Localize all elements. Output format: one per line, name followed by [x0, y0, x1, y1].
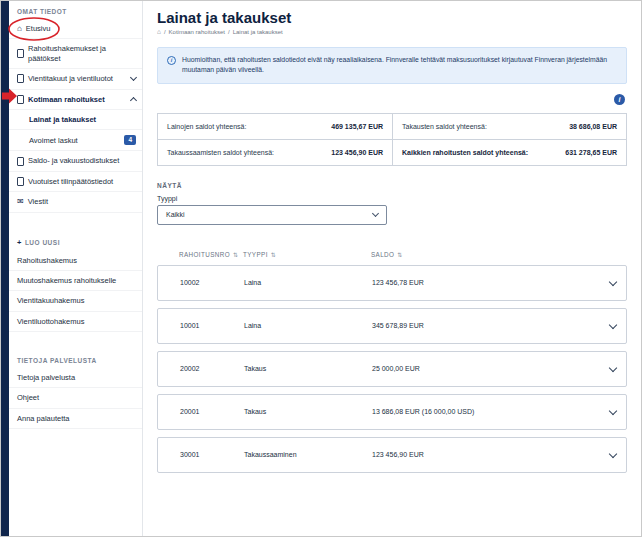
chevron-down-icon[interactable] [609, 320, 617, 328]
info-button-row: i [157, 94, 625, 105]
home-icon[interactable]: ⌂ [157, 29, 161, 36]
document-icon [17, 74, 24, 83]
document-icon [17, 95, 24, 104]
chevron-down-icon[interactable] [609, 277, 617, 285]
section-label: LUO UUSI [25, 239, 60, 246]
sidebar-item-label: Lainat ja takaukset [29, 115, 136, 124]
breadcrumb-separator: / [164, 29, 166, 35]
cell-rahoitusnro: 10001 [180, 322, 244, 329]
chevron-down-icon[interactable] [609, 363, 617, 371]
sidebar-item-label: Kotimaan rahoitukset [28, 95, 127, 104]
sidebar-item-label: Ohjeet [17, 393, 136, 402]
sidebar-item-label: Vientitakuuhakemus [17, 296, 136, 305]
sort-icon[interactable]: ⇅ [271, 251, 276, 258]
sort-icon[interactable]: ⇅ [397, 251, 402, 258]
info-banner-text: Huomioithan, että rahoitusten saldotiedo… [182, 55, 617, 76]
cell-rahoitusnro: 20002 [180, 365, 244, 372]
table-row[interactable]: 20001 Takaus 13 686,08 EUR (16 000,00 US… [157, 394, 627, 430]
sidebar-item-saldo-todistukset[interactable]: Saldo- ja vakuustodistukset [9, 151, 142, 171]
document-icon [17, 49, 24, 58]
sidebar-item-label: Rahoitushakemus [17, 256, 136, 265]
cell-saldo: 13 686,08 EUR (16 000,00 USD) [372, 408, 596, 415]
column-label: SALDO [371, 251, 394, 258]
section-label: OMAT TIEDOT [17, 8, 67, 15]
document-icon [17, 177, 24, 186]
balance-summary-table: Lainojen saldot yhteensä: 469 135,67 EUR… [157, 113, 627, 166]
chevron-down-icon [372, 210, 379, 217]
filter-section-label: NÄYTÄ [157, 182, 627, 189]
sidebar-item-tilinpaatostiedot[interactable]: Vuotuiset tilinpäätöstiedot [9, 172, 142, 192]
sidebar-item-rahoitushakemus[interactable]: Rahoitushakemus [9, 251, 142, 271]
sidebar-item-rahoitushakemukset[interactable]: Rahoitushakemukset ja päätökset [9, 39, 142, 69]
sidebar-item-muutoshakemus[interactable]: Muutoshakemus rahoitukselle [9, 271, 142, 291]
summary-label: Takaussaamisten saldot yhteensä: [167, 149, 274, 156]
chevron-down-icon [130, 74, 137, 81]
summary-cell-takaussaamiset: Takaussaamisten saldot yhteensä: 123 456… [158, 139, 392, 165]
chevron-down-icon[interactable] [609, 406, 617, 414]
envelope-icon: ✉ [17, 198, 24, 206]
type-select-value: Kaikki [166, 211, 185, 218]
sidebar-section-tietoja-palvelusta: TIETOJA PALVELUSTA [9, 350, 142, 368]
table-row[interactable]: 10002 Laina 123 456,78 EUR [157, 265, 627, 301]
sidebar-item-etusivu[interactable]: ⌂ Etusivu [9, 19, 142, 39]
table-row[interactable]: 20002 Takaus 25 000,00 EUR [157, 351, 627, 387]
chevron-down-icon[interactable] [609, 449, 617, 457]
open-invoices-count-badge: 4 [124, 135, 136, 145]
sidebar-item-label: Vientiluottohakemus [17, 317, 136, 326]
table-row[interactable]: 10001 Laina 345 678,89 EUR [157, 308, 627, 344]
info-icon: i [167, 56, 176, 65]
summary-cell-total: Kaikkien rahoitusten saldot yhteensä: 63… [392, 139, 626, 165]
column-label: TYYPPI [243, 251, 268, 258]
column-header-saldo[interactable]: SALDO ⇅ [371, 251, 597, 258]
document-icon [17, 157, 24, 166]
plus-icon: + [17, 238, 22, 247]
column-header-rahoitusnro[interactable]: RAHOITUSNRO ⇅ [179, 251, 243, 258]
sidebar-item-avoimet-laskut[interactable]: Avoimet laskut 4 [9, 130, 142, 151]
sidebar-item-tietoja-palvelusta[interactable]: Tietoja palvelusta [9, 368, 142, 388]
section-label: TIETOJA PALVELUSTA [17, 357, 97, 364]
app-window: OMAT TIEDOT ⌂ Etusivu Rahoitushakemukset… [0, 0, 642, 537]
sidebar-item-kotimaan-rahoitukset[interactable]: Kotimaan rahoitukset [9, 90, 142, 110]
sidebar-item-label: Avoimet laskut [29, 136, 120, 145]
sidebar-item-label: Vientitakuut ja vientiluotot [28, 74, 127, 83]
summary-value: 469 135,67 EUR [331, 123, 383, 130]
sidebar-item-label: Vuotuiset tilinpäätöstiedot [28, 177, 136, 186]
type-filter-label: Tyyppi [157, 195, 627, 202]
cell-tyyppi: Laina [244, 279, 372, 286]
column-header-tyyppi[interactable]: TYYPPI ⇅ [243, 251, 371, 258]
sidebar-item-label: Viestit [28, 197, 136, 206]
sidebar-item-vientitakuut[interactable]: Vientitakuut ja vientiluotot [9, 69, 142, 89]
sidebar-item-anna-palautetta[interactable]: Anna palautetta [9, 409, 142, 429]
info-button[interactable]: i [614, 94, 625, 105]
breadcrumb-separator: / [228, 29, 230, 35]
sidebar-item-vientiluottohakemus[interactable]: Vientiluottohakemus [9, 312, 142, 332]
cell-tyyppi: Takaussaaminen [244, 451, 372, 458]
column-label: RAHOITUSNRO [179, 251, 230, 258]
breadcrumb-item[interactable]: Kotimaan rahoitukset [169, 29, 225, 35]
sidebar-item-lainat-ja-takaukset[interactable]: Lainat ja takaukset [9, 110, 142, 130]
cell-saldo: 345 678,89 EUR [372, 322, 596, 329]
sidebar-item-label: Rahoitushakemukset ja päätökset [28, 44, 136, 63]
cell-rahoitusnro: 30001 [180, 451, 244, 458]
sidebar-item-ohjeet[interactable]: Ohjeet [9, 388, 142, 408]
summary-cell-takaukset: Takausten saldot yhteensä: 38 686,08 EUR [392, 114, 626, 139]
summary-label: Takausten saldot yhteensä: [402, 123, 487, 130]
cell-tyyppi: Takaus [244, 365, 372, 372]
table-row[interactable]: 30001 Takaussaaminen 123 456,90 EUR [157, 437, 627, 473]
type-select[interactable]: Kaikki [157, 205, 387, 225]
sidebar-item-label: Etusivu [26, 24, 136, 33]
sidebar-item-label: Muutoshakemus rahoitukselle [17, 276, 136, 285]
sidebar-item-label: Tietoja palvelusta [17, 373, 136, 382]
sidebar-item-label: Saldo- ja vakuustodistukset [28, 156, 136, 165]
sidebar: OMAT TIEDOT ⌂ Etusivu Rahoitushakemukset… [9, 1, 143, 536]
chevron-up-icon [130, 97, 137, 104]
info-banner: i Huomioithan, että rahoitusten saldotie… [157, 47, 627, 84]
breadcrumb: ⌂ / Kotimaan rahoitukset / Lainat ja tak… [157, 29, 627, 36]
sidebar-item-viestit[interactable]: ✉ Viestit [9, 192, 142, 212]
cell-tyyppi: Takaus [244, 408, 372, 415]
sidebar-item-vientitakuuhakemus[interactable]: Vientitakuuhakemus [9, 291, 142, 311]
sidebar-item-label: Anna palautetta [17, 414, 136, 423]
summary-label: Kaikkien rahoitusten saldot yhteensä: [402, 149, 528, 156]
sort-icon[interactable]: ⇅ [233, 251, 238, 258]
sidebar-section-omat-tiedot: OMAT TIEDOT [9, 1, 142, 19]
